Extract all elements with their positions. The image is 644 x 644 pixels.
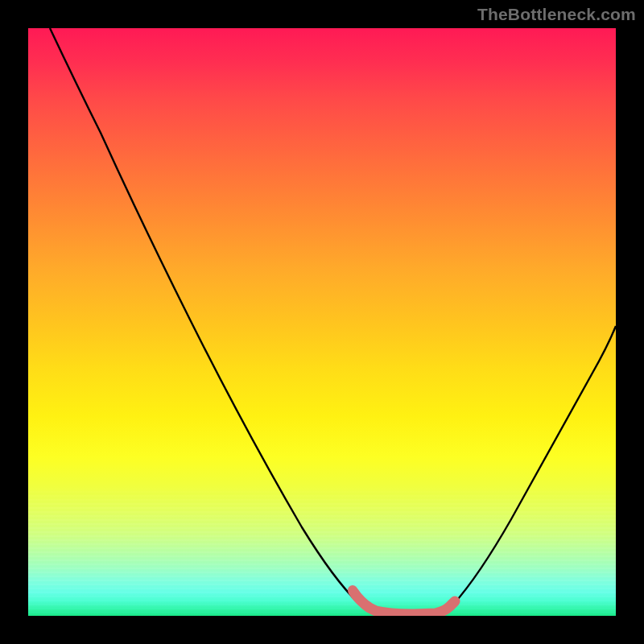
left-curve [50, 28, 358, 603]
minimum-start-dot [348, 585, 357, 595]
plot-area [28, 28, 616, 616]
chart-frame: TheBottleneck.com [0, 0, 644, 644]
curve-layer [28, 28, 616, 616]
minimum-marker [353, 592, 455, 614]
watermark-text: TheBottleneck.com [477, 5, 636, 24]
right-curve [453, 326, 616, 605]
